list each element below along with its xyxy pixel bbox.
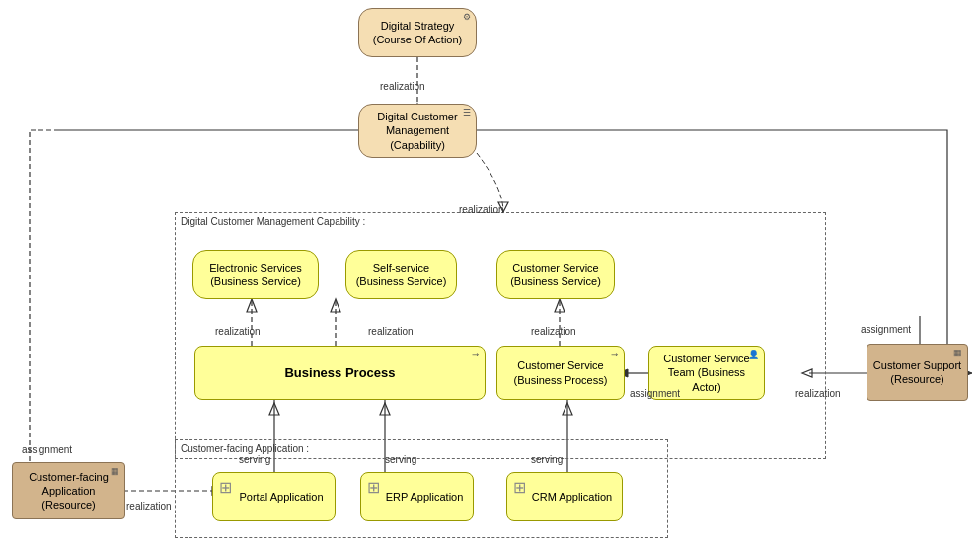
business-process-label: Business Process <box>284 365 395 380</box>
process-icon2: ⇒ <box>611 350 619 359</box>
self-service-label: Self-service(Business Service) <box>356 261 447 289</box>
assignment-label-1: assignment <box>861 324 911 335</box>
customer-service-bs-label: Customer Service(Business Service) <box>510 261 601 289</box>
crm-icon: ⊞ <box>513 478 526 497</box>
stack-icon: ☰ <box>463 108 471 118</box>
serving-label-1: serving <box>239 454 270 465</box>
digital-strategy-label: Digital Strategy(Course Of Action) <box>373 19 462 47</box>
crm-app-label: CRM Application <box>532 491 612 503</box>
serving-label-2: serving <box>385 454 416 465</box>
electronic-services-label: Electronic Services(Business Service) <box>209 261 302 289</box>
realization-label-1: realization <box>380 81 425 92</box>
dcm-capability-label: Digital Customer Management Capability : <box>181 216 365 227</box>
crm-app-node[interactable]: ⊞ CRM Application <box>506 472 623 521</box>
gear-icon: ⚙ <box>463 12 471 22</box>
customer-service-bp-node[interactable]: Customer Service(Business Process) ⇒ <box>496 346 625 400</box>
resource-icon: ▦ <box>953 348 962 357</box>
portal-app-node[interactable]: ⊞ Portal Application <box>212 472 336 521</box>
realization-label-6: realization <box>795 388 841 399</box>
self-service-node[interactable]: Self-service(Business Service) <box>345 250 457 299</box>
digital-customer-mgmt-node[interactable]: Digital CustomerManagement(Capability) ☰ <box>358 104 477 158</box>
electronic-services-node[interactable]: Electronic Services(Business Service) <box>192 250 319 299</box>
customer-support-label: Customer Support(Resource) <box>873 358 961 387</box>
assignment-label-2: assignment <box>630 388 680 399</box>
realization-label-3: realization <box>215 326 261 337</box>
realization-label-7: realization <box>126 501 172 512</box>
customer-facing-app-res-label: Customer-facingApplication(Resource) <box>29 470 109 513</box>
serving-label-3: serving <box>531 454 563 465</box>
digital-strategy-node[interactable]: Digital Strategy(Course Of Action) ⚙ <box>358 8 477 57</box>
business-process-node[interactable]: Business Process ⇒ <box>194 346 486 400</box>
customer-service-bs-node[interactable]: Customer Service(Business Service) <box>496 250 615 299</box>
erp-app-label: ERP Application <box>386 491 464 503</box>
customer-support-node[interactable]: Customer Support(Resource) ▦ <box>867 344 968 401</box>
erp-icon: ⊞ <box>367 478 380 497</box>
diagram-container: Digital Customer Management Capability :… <box>0 0 980 552</box>
portal-icon: ⊞ <box>219 478 232 497</box>
assignment-label-3: assignment <box>22 444 72 455</box>
realization-label-2: realization <box>459 204 504 215</box>
realization-label-4: realization <box>368 326 414 337</box>
portal-app-label: Portal Application <box>240 491 324 503</box>
customer-facing-app-label: Customer-facing Application : <box>181 443 309 454</box>
digital-customer-mgmt-label: Digital CustomerManagement(Capability) <box>377 110 457 152</box>
realization-label-5: realization <box>531 326 576 337</box>
process-icon: ⇒ <box>472 350 480 359</box>
customer-service-bp-label: Customer Service(Business Process) <box>514 358 608 387</box>
resource-icon2: ▦ <box>111 466 119 476</box>
customer-facing-app-res-node[interactable]: Customer-facingApplication(Resource) ▦ <box>12 462 125 519</box>
actor-icon: 👤 <box>748 350 759 359</box>
erp-app-node[interactable]: ⊞ ERP Application <box>360 472 474 521</box>
